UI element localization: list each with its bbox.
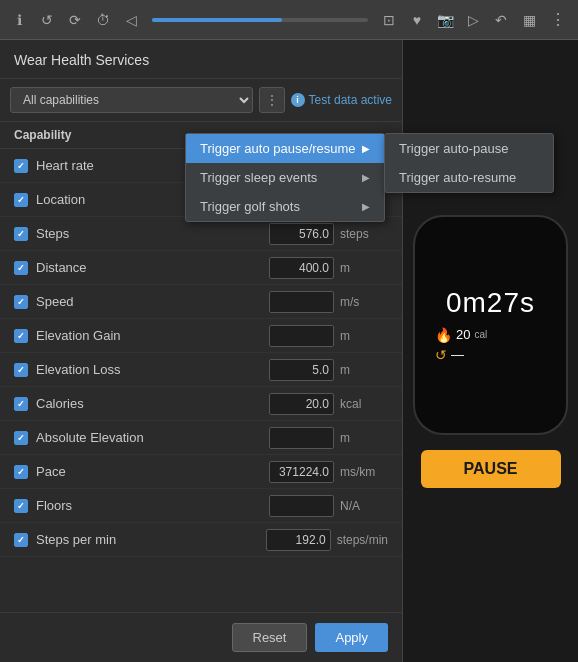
watch-display: 0m27s 🔥 20 cal ↺ — [413,215,568,435]
capability-row-absolute-elevation: Absolute Elevation m [0,421,402,455]
dropdown-item-label-sleep-events: Trigger sleep events [200,170,317,185]
dropdown-item-sleep-events[interactable]: Trigger sleep events ▶ [186,163,384,192]
checkbox-elevation-loss[interactable] [14,363,28,377]
watch-stats: 🔥 20 cal ↺ — [425,327,556,363]
checkbox-elevation-gain[interactable] [14,329,28,343]
checkbox-absolute-elevation[interactable] [14,431,28,445]
capability-name-absolute-elevation: Absolute Elevation [36,430,269,445]
input-elevation-loss[interactable] [269,359,334,381]
app-title: Wear Health Services [0,40,402,79]
watch-calories-unit: cal [474,329,487,340]
dropdown-item-label-auto-pause-resume: Trigger auto pause/resume [200,141,356,156]
dropdown-item-auto-pause-resume[interactable]: Trigger auto pause/resume ▶ [186,134,384,163]
unit-pace: ms/km [340,465,388,479]
loop-icon[interactable]: ↺ [36,9,58,31]
fire-icon: 🔥 [435,327,452,343]
capability-row-pace: Pace ms/km [0,455,402,489]
watch-stat-calories-row: 🔥 20 cal [435,327,546,343]
capability-row-speed: Speed m/s [0,285,402,319]
watch-time: 0m27s [446,287,535,319]
input-steps[interactable] [269,223,334,245]
checkbox-pace[interactable] [14,465,28,479]
capabilities-bar: All capabilities ⋮ i Test data active [0,79,402,122]
heart-icon[interactable]: ♥ [406,9,428,31]
capability-name-distance: Distance [36,260,269,275]
submenu-auto-pause-resume: Trigger auto-pause Trigger auto-resume [384,133,554,193]
progress-fill [152,18,282,22]
unit-steps-per-min: steps/min [337,533,388,547]
capability-name-speed: Speed [36,294,269,309]
capability-name-steps: Steps [36,226,269,241]
input-steps-per-min[interactable] [266,529,331,551]
input-floors[interactable] [269,495,334,517]
checkbox-speed[interactable] [14,295,28,309]
unit-elevation-loss: m [340,363,388,377]
video-icon[interactable]: ▷ [462,9,484,31]
input-elevation-gain[interactable] [269,325,334,347]
capability-name-calories: Calories [36,396,269,411]
capability-name-pace: Pace [36,464,269,479]
unit-distance: m [340,261,388,275]
dropdown-item-label-golf-shots: Trigger golf shots [200,199,300,214]
left-panel: Wear Health Services All capabilities ⋮ … [0,40,403,662]
checkbox-floors[interactable] [14,499,28,513]
capabilities-select[interactable]: All capabilities [10,87,253,113]
watch-calories-value: 20 [456,327,470,342]
watch-stat-dash-row: ↺ — [435,347,546,363]
submenu-item-auto-pause[interactable]: Trigger auto-pause [385,134,553,163]
timer-icon[interactable]: ⏱ [92,9,114,31]
image-icon[interactable]: ⊡ [378,9,400,31]
progress-bar [152,18,368,22]
watch-time-value: 0m27s [446,287,535,318]
capability-name-elevation-gain: Elevation Gain [36,328,269,343]
unit-absolute-elevation: m [340,431,388,445]
toolbar: ℹ ↺ ⟳ ⏱ ◁ ⊡ ♥ 📷 ▷ ↶ ▦ ⋮ [0,0,578,40]
apply-button[interactable]: Apply [315,623,388,652]
dropdown-overlay: Trigger auto pause/resume ▶ Trigger slee… [185,133,554,222]
input-pace[interactable] [269,461,334,483]
capability-name-floors: Floors [36,498,269,513]
checkbox-heart-rate[interactable] [14,159,28,173]
unit-floors: N/A [340,499,388,513]
unit-speed: m/s [340,295,388,309]
submenu-arrow-auto-pause-resume: ▶ [362,143,370,154]
checkbox-steps[interactable] [14,227,28,241]
reset-button[interactable]: Reset [232,623,308,652]
capability-row-floors: Floors N/A [0,489,402,523]
unit-calories: kcal [340,397,388,411]
capability-row-steps-per-min: Steps per min steps/min [0,523,402,557]
capability-name-steps-per-min: Steps per min [36,532,266,547]
checkbox-calories[interactable] [14,397,28,411]
test-data-info-icon: i [291,93,305,107]
unit-steps: steps [340,227,388,241]
input-absolute-elevation[interactable] [269,427,334,449]
checkbox-location[interactable] [14,193,28,207]
grid-icon[interactable]: ▦ [518,9,540,31]
undo-icon[interactable]: ↶ [490,9,512,31]
input-calories[interactable] [269,393,334,415]
checkbox-steps-per-min[interactable] [14,533,28,547]
input-speed[interactable] [269,291,334,313]
camera-icon[interactable]: 📷 [434,9,456,31]
capabilities-menu-button[interactable]: ⋮ [259,87,285,113]
checkbox-distance[interactable] [14,261,28,275]
capability-row-elevation-gain: Elevation Gain m [0,319,402,353]
more-icon[interactable]: ⋮ [546,10,570,29]
watch-dash-value: — [451,347,464,362]
back-icon[interactable]: ◁ [120,9,142,31]
unit-elevation-gain: m [340,329,388,343]
sync-icon[interactable]: ⟳ [64,9,86,31]
info-icon[interactable]: ℹ [8,9,30,31]
input-distance[interactable] [269,257,334,279]
capability-row-elevation-loss: Elevation Loss m [0,353,402,387]
dropdown-item-golf-shots[interactable]: Trigger golf shots ▶ [186,192,384,221]
capability-row-calories: Calories kcal [0,387,402,421]
submenu-arrow-golf-shots: ▶ [362,201,370,212]
bottom-buttons: Reset Apply [0,612,402,662]
capability-row-steps: Steps steps [0,217,402,251]
pause-button[interactable]: PAUSE [421,450,561,488]
test-data-badge: i Test data active [291,93,392,107]
refresh-icon: ↺ [435,347,447,363]
capability-row-distance: Distance m [0,251,402,285]
submenu-item-auto-resume[interactable]: Trigger auto-resume [385,163,553,192]
